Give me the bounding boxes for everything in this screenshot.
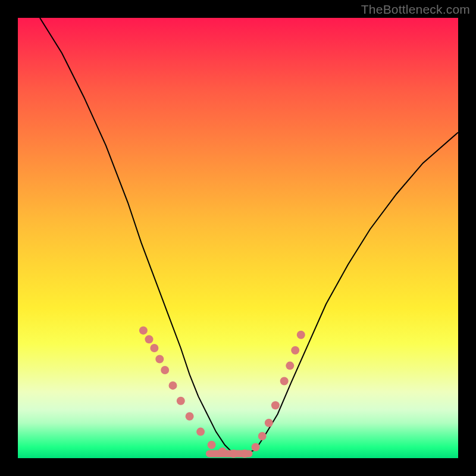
marker-dot — [280, 377, 289, 386]
marker-dot — [150, 344, 158, 352]
marker-dot — [177, 397, 185, 405]
marker-dot — [161, 366, 169, 374]
plot-area — [18, 18, 458, 458]
marker-dot — [230, 450, 238, 458]
marker-dot — [286, 362, 294, 370]
marker-dot — [196, 428, 205, 436]
marker-dot — [291, 346, 299, 355]
marker-dot — [297, 331, 305, 339]
marker-dot — [218, 447, 227, 456]
marker-dot — [265, 419, 273, 427]
marker-dot — [240, 450, 249, 458]
marker-dot — [169, 381, 177, 390]
marker-dot — [186, 412, 194, 421]
marker-dot — [252, 443, 260, 452]
bottleneck-curve — [40, 18, 458, 454]
marker-dot — [155, 355, 164, 364]
marker-dot — [139, 326, 148, 334]
chart-svg — [18, 18, 458, 458]
marker-dot — [258, 432, 267, 440]
marker-dot — [271, 401, 280, 409]
watermark-text: TheBottleneck.com — [361, 2, 470, 17]
marker-dot — [145, 335, 154, 343]
marker-dot — [208, 441, 216, 449]
chart-frame: TheBottleneck.com — [0, 0, 476, 476]
